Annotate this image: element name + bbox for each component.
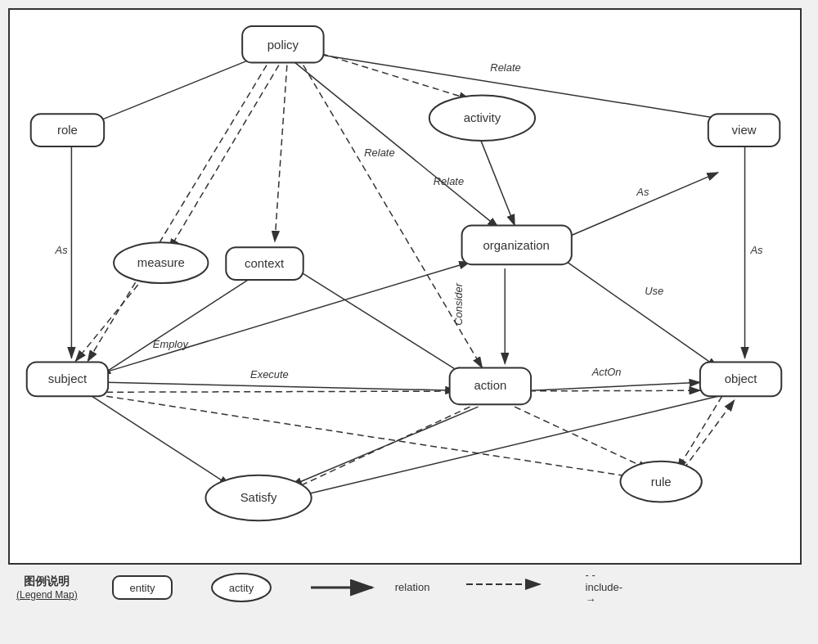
svg-text:view: view xyxy=(732,124,757,137)
svg-text:object: object xyxy=(725,372,758,385)
svg-line-35 xyxy=(88,65,267,362)
svg-text:Execute: Execute xyxy=(250,368,289,381)
main-container: As As Relate Relate Relate Consider As xyxy=(0,0,818,644)
legend-include: - -include- → xyxy=(462,569,627,606)
svg-line-10 xyxy=(295,63,499,228)
svg-line-36 xyxy=(75,277,145,361)
svg-line-12 xyxy=(478,133,515,225)
svg-line-26 xyxy=(92,396,230,485)
svg-line-18 xyxy=(555,254,718,367)
svg-line-24 xyxy=(531,382,700,390)
svg-line-37 xyxy=(515,407,649,470)
svg-line-32 xyxy=(275,65,287,242)
legend-title: 图例说明 (Legend Map) xyxy=(16,574,78,601)
svg-text:Relate: Relate xyxy=(434,175,464,187)
legend-relation: relation xyxy=(307,572,430,603)
diagram-area: As As Relate Relate Relate Consider As xyxy=(8,8,802,565)
svg-line-16 xyxy=(547,173,718,245)
svg-line-20 xyxy=(100,278,250,376)
svg-text:ActOn: ActOn xyxy=(591,366,622,378)
svg-line-40 xyxy=(106,396,636,477)
svg-text:policy: policy xyxy=(267,38,299,52)
svg-line-27 xyxy=(291,407,479,485)
legend-activity: actity xyxy=(209,572,274,603)
svg-text:Relate: Relate xyxy=(490,61,520,74)
svg-text:Satisfy: Satisfy xyxy=(240,491,277,504)
svg-text:As: As xyxy=(55,244,69,256)
svg-text:context: context xyxy=(245,257,285,270)
svg-text:Consider: Consider xyxy=(452,282,465,325)
svg-text:actity: actity xyxy=(229,582,254,594)
svg-text:subject: subject xyxy=(48,372,88,385)
svg-text:entity: entity xyxy=(129,582,155,594)
svg-text:measure: measure xyxy=(137,256,185,269)
svg-line-29 xyxy=(291,266,466,376)
svg-text:rule: rule xyxy=(651,475,672,489)
svg-line-39 xyxy=(106,390,700,392)
svg-text:Relate: Relate xyxy=(364,146,394,159)
svg-line-41 xyxy=(677,396,722,469)
svg-text:As: As xyxy=(750,244,764,256)
svg-text:activity: activity xyxy=(464,111,501,124)
legend-entity: entity xyxy=(110,572,176,603)
svg-line-22 xyxy=(106,382,456,390)
svg-line-31 xyxy=(169,65,279,250)
svg-text:organization: organization xyxy=(483,239,550,252)
svg-text:action: action xyxy=(474,379,506,392)
svg-text:As: As xyxy=(636,186,649,198)
svg-text:Use: Use xyxy=(645,285,663,297)
svg-text:role: role xyxy=(57,124,78,137)
